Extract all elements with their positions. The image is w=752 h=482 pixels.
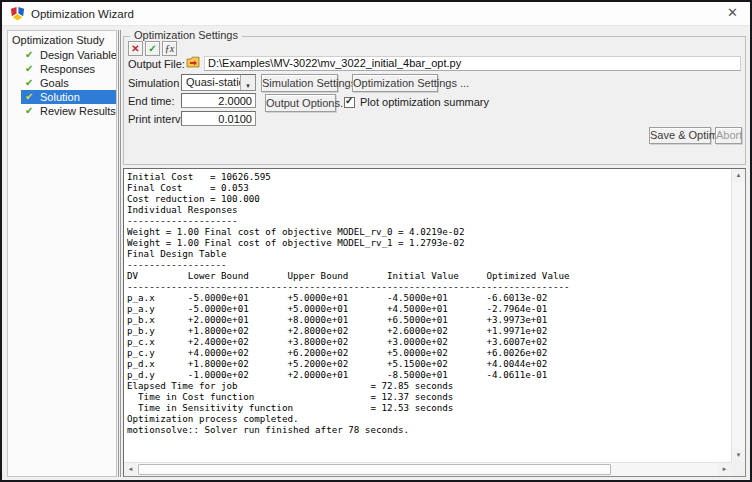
scroll-down-icon[interactable]: ▼ — [732, 449, 745, 462]
check-icon: ✔ — [25, 62, 33, 76]
scrollbar-corner — [731, 462, 745, 476]
scroll-right-icon[interactable]: ► — [718, 463, 731, 476]
tree-root-label[interactable]: Optimization Study — [8, 31, 116, 48]
check-icon: ✔ — [25, 104, 33, 118]
check-icon: ✔ — [25, 90, 33, 104]
simulation-type-select[interactable]: Quasi-static ▼ — [181, 74, 256, 91]
scroll-left-icon[interactable]: ◄ — [124, 463, 137, 476]
horizontal-scrollbar[interactable]: ◄ ► — [124, 462, 731, 476]
open-folder-icon[interactable] — [186, 56, 201, 69]
output-options-button[interactable]: Output Options... — [265, 94, 336, 112]
checkbox-mark-icon: ✓ — [345, 95, 353, 106]
sidebar-item-review-results[interactable]: ✔ Review Results — [21, 104, 116, 118]
simulation-type-value: Quasi-static — [186, 76, 244, 89]
output-file-label: Output File: — [128, 58, 185, 70]
check-icon: ✔ — [25, 76, 33, 90]
x-icon: ✕ — [131, 43, 139, 54]
sidebar-item-label: Responses — [40, 63, 95, 75]
optimization-wizard-window: Optimization Wizard ✕ Optimization Study… — [0, 0, 752, 482]
save-and-optimize-button[interactable]: Save & Optimize — [649, 127, 711, 144]
delete-button[interactable]: ✕ — [128, 41, 143, 56]
optimization-study-tree: Optimization Study ✔ Design Variables ✔ … — [7, 30, 117, 477]
sidebar-item-label: Design Variables — [40, 49, 117, 61]
sidebar-item-design-variables[interactable]: ✔ Design Variables — [21, 48, 116, 62]
close-icon[interactable]: ✕ — [727, 5, 738, 20]
check-icon: ✔ — [25, 48, 33, 62]
fx-icon: ƒx — [165, 43, 174, 54]
combo-arrow-box[interactable]: ▼ — [240, 75, 255, 90]
plot-summary-checkbox[interactable]: ✓ Plot optimization summary — [344, 96, 489, 108]
app-logo-icon — [10, 6, 25, 21]
solver-output-console: Initial Cost = 10626.595 Final Cost = 0.… — [123, 168, 746, 477]
abort-button[interactable]: Abort — [715, 127, 742, 144]
print-interval-field[interactable] — [181, 111, 256, 126]
end-time-field[interactable] — [181, 93, 256, 108]
scroll-up-icon[interactable]: ▲ — [732, 169, 745, 182]
chevron-down-icon: ▼ — [245, 83, 251, 89]
horizontal-scroll-thumb[interactable] — [138, 464, 611, 475]
optimization-settings-group: Optimization Settings ✕ ✓ ƒx Output File… — [123, 36, 746, 165]
plot-summary-label: Plot optimization summary — [360, 96, 489, 108]
output-file-path[interactable]: D:\Examples\MV-3022\mv_3022_initial_4bar… — [204, 56, 741, 71]
panel-splitter[interactable] — [118, 30, 121, 477]
console-text: Initial Cost = 10626.595 Final Cost = 0.… — [127, 171, 729, 460]
optimization-settings-button[interactable]: Optimization Settings ... — [352, 74, 438, 92]
window-titlebar: Optimization Wizard ✕ — [2, 2, 750, 26]
sidebar-item-label: Review Results — [40, 105, 116, 117]
sidebar-item-label: Solution — [40, 91, 80, 103]
sidebar-item-label: Goals — [40, 77, 69, 89]
sidebar-item-solution[interactable]: ✔ Solution — [21, 90, 116, 104]
expression-builder-button[interactable]: ƒx — [162, 41, 177, 56]
end-time-label: End time: — [128, 95, 174, 107]
sidebar-item-goals[interactable]: ✔ Goals — [21, 76, 116, 90]
vertical-scrollbar[interactable]: ▲ ▼ — [731, 169, 745, 462]
check-icon: ✓ — [148, 43, 156, 54]
sidebar-item-responses[interactable]: ✔ Responses — [21, 62, 116, 76]
group-title: Optimization Settings — [130, 29, 242, 41]
checkbox-box[interactable]: ✓ — [344, 97, 355, 108]
window-title: Optimization Wizard — [31, 8, 134, 20]
simulation-settings-button[interactable]: Simulation Settings... — [261, 74, 338, 92]
apply-button[interactable]: ✓ — [145, 41, 160, 56]
